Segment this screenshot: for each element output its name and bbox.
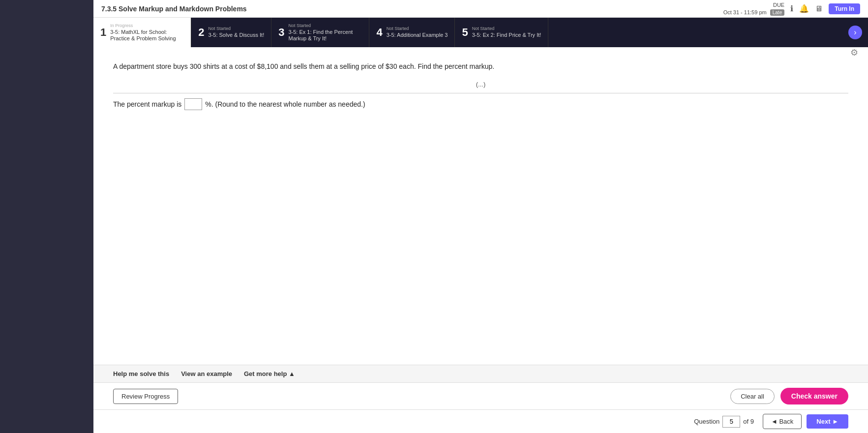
clear-all-button[interactable]: Clear all <box>730 389 775 404</box>
step-number-4: 4 <box>376 27 382 38</box>
answer-input[interactable] <box>184 98 202 110</box>
notification-icon-button[interactable]: 🔔 <box>799 4 809 13</box>
left-sidebar <box>0 0 93 433</box>
due-date: Oct 31 - 11:59 pm <box>723 9 767 15</box>
step-2-name: 3-5: Solve & Discuss It! <box>209 32 265 38</box>
step-3-status: Not Started <box>288 23 362 28</box>
question-total: of 9 <box>743 418 754 425</box>
due-label: DUE <box>773 2 784 8</box>
gear-icon-button[interactable]: ⚙ <box>850 47 858 58</box>
step-item-4[interactable]: 4 Not Started 3-5: Additional Example 3 <box>369 18 455 47</box>
turn-in-button[interactable]: Turn In <box>829 3 860 14</box>
monitor-icon-button[interactable]: 🖥 <box>815 4 823 13</box>
step-4-name: 3-5: Additional Example 3 <box>387 32 448 38</box>
step-1-status: In Progress <box>110 23 184 28</box>
question-text: A department store buys 300 shirts at a … <box>113 61 848 72</box>
step-nav-right: › <box>848 18 868 47</box>
top-header: 7.3.5 Solve Markup and Markdown Problems… <box>93 0 868 18</box>
step-item-3[interactable]: 3 Not Started 3-5: Ex 1: Find the Percen… <box>271 18 369 47</box>
question-counter: Question of 9 <box>694 416 754 428</box>
info-icon-button[interactable]: ℹ <box>790 4 793 13</box>
step-5-name: 3-5: Ex 2: Find Price & Try It! <box>472 32 541 38</box>
answer-row: The percent markup is %. (Round to the n… <box>113 98 848 110</box>
header-right: DUE Oct 31 - 11:59 pm Late ℹ 🔔 🖥 Turn In <box>723 1 860 16</box>
action-right: Clear all Check answer <box>730 388 848 404</box>
step-5-status: Not Started <box>472 26 541 31</box>
action-bar: Review Progress Clear all Check answer <box>93 382 868 409</box>
review-progress-button[interactable]: Review Progress <box>113 389 178 404</box>
step-number-2: 2 <box>198 27 204 38</box>
step-item-5[interactable]: 5 Not Started 3-5: Ex 2: Find Price & Tr… <box>455 18 548 47</box>
next-step-button[interactable]: › <box>848 26 862 39</box>
page-title: 7.3.5 Solve Markup and Markdown Problems <box>101 5 247 13</box>
view-example-button[interactable]: View an example <box>181 370 232 377</box>
step-number-5: 5 <box>462 27 468 38</box>
step-1-name: 3-5: MathXL for School: Practice & Probl… <box>110 29 184 42</box>
help-me-solve-button[interactable]: Help me solve this <box>113 370 169 377</box>
bottom-nav: Question of 9 ◄ Back Next ► <box>93 409 868 433</box>
back-button[interactable]: ◄ Back <box>763 414 802 429</box>
step-number-1: 1 <box>100 27 106 38</box>
gear-area: ⚙ <box>850 47 858 58</box>
step-4-status: Not Started <box>387 26 448 31</box>
step-number-3: 3 <box>278 27 284 38</box>
late-badge: Late <box>770 9 784 16</box>
check-answer-button[interactable]: Check answer <box>780 388 848 404</box>
main-panel: 7.3.5 Solve Markup and Markdown Problems… <box>93 0 868 433</box>
step-navigation: 1 In Progress 3-5: MathXL for School: Pr… <box>93 18 868 47</box>
help-bar: Help me solve this View an example Get m… <box>93 365 868 382</box>
step-item-2[interactable]: 2 Not Started 3-5: Solve & Discuss It! <box>191 18 271 47</box>
step-item-1[interactable]: 1 In Progress 3-5: MathXL for School: Pr… <box>93 18 191 47</box>
question-area: ⚙ A department store buys 300 shirts at … <box>93 47 868 365</box>
question-number-input[interactable] <box>722 416 740 428</box>
step-2-status: Not Started <box>209 26 265 31</box>
question-label: Question <box>694 418 719 425</box>
answer-prefix: The percent markup is <box>113 100 181 108</box>
next-button[interactable]: Next ► <box>807 414 848 429</box>
dots-row: (...) <box>113 81 848 88</box>
divider <box>113 93 848 93</box>
get-more-help-button[interactable]: Get more help ▲ <box>244 370 295 377</box>
answer-suffix: %. (Round to the nearest whole number as… <box>205 100 365 108</box>
due-info: DUE Oct 31 - 11:59 pm Late <box>723 1 785 16</box>
step-3-name: 3-5: Ex 1: Find the Percent Markup & Try… <box>288 29 362 42</box>
